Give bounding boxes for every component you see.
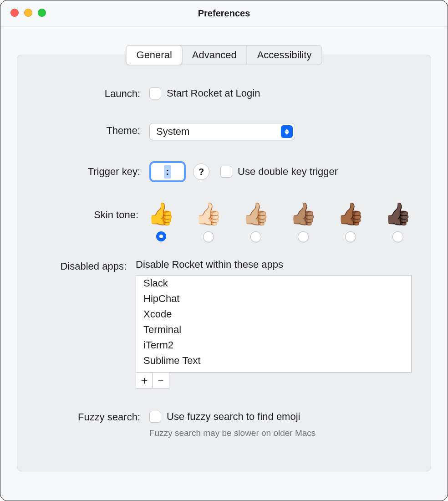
double-key-trigger-checkbox[interactable]: Use double key trigger (220, 164, 338, 179)
add-app-button[interactable]: ＋ (136, 373, 153, 388)
fuzzy-search-checkbox-label: Use fuzzy search to find emoji (167, 409, 300, 424)
help-icon: ? (199, 167, 204, 177)
skin-tone-radio[interactable] (392, 231, 403, 242)
skin-tone-group: 👍👍🏻👍🏼👍🏽👍🏾👍🏿 (148, 203, 412, 242)
disabled-apps-list[interactable]: SlackHipChatXcodeTerminaliTerm2Sublime T… (136, 275, 412, 373)
preferences-window: Preferences General Advanced Accessibili… (0, 0, 448, 501)
disabled-apps-add-remove: ＋ － (136, 372, 169, 389)
minimize-window-button[interactable] (24, 9, 32, 17)
fuzzy-search-checkbox[interactable]: Use fuzzy search to find emoji (149, 409, 300, 424)
disabled-apps-label: Disabled apps: (36, 259, 136, 274)
skin-tone-option[interactable]: 👍🏼 (242, 203, 270, 242)
window-title: Preferences (198, 8, 250, 19)
thumbs-up-icon: 👍🏻 (195, 203, 222, 225)
select-stepper-icon (281, 125, 293, 138)
plus-icon: ＋ (139, 375, 150, 386)
trigger-key-value: : (164, 165, 171, 179)
checkbox-icon (149, 87, 161, 99)
double-key-trigger-label: Use double key trigger (238, 164, 338, 179)
skin-tone-radio[interactable] (298, 231, 309, 242)
disabled-apps-description: Disable Rocket within these apps (136, 259, 412, 271)
tabbar: General Advanced Accessibility (126, 45, 322, 65)
close-window-button[interactable] (10, 9, 19, 17)
launch-label: Launch: (36, 86, 149, 102)
list-item[interactable]: HipChat (136, 291, 411, 307)
thumbs-up-icon: 👍🏿 (384, 203, 412, 225)
skin-tone-label: Skin tone: (36, 203, 148, 227)
tab-advanced[interactable]: Advanced (182, 46, 247, 65)
skin-tone-radio[interactable] (203, 231, 214, 242)
theme-label: Theme: (36, 123, 149, 138)
remove-app-button[interactable]: － (153, 373, 169, 388)
fuzzy-search-hint: Fuzzy search may be slower on older Macs (149, 428, 412, 438)
thumbs-up-icon: 👍🏼 (242, 203, 270, 225)
titlebar: Preferences (0, 0, 448, 26)
checkbox-icon (149, 411, 161, 423)
list-item[interactable]: iTerm2 (136, 337, 411, 353)
theme-value: System (156, 126, 189, 138)
skin-tone-radio[interactable] (250, 231, 261, 242)
checkbox-icon (220, 166, 232, 178)
launch-at-login-label: Start Rocket at Login (167, 86, 260, 101)
preferences-panel: General Advanced Accessibility Launch: S… (17, 55, 431, 471)
skin-tone-option[interactable]: 👍🏽 (290, 203, 317, 242)
zoom-window-button[interactable] (38, 9, 46, 17)
skin-tone-option[interactable]: 👍🏿 (384, 203, 412, 242)
list-item[interactable]: Xcode (136, 307, 411, 322)
list-item[interactable]: Slack (136, 276, 411, 291)
skin-tone-option[interactable]: 👍 (148, 203, 175, 242)
skin-tone-radio[interactable] (345, 231, 356, 242)
thumbs-up-icon: 👍🏾 (337, 203, 364, 225)
list-item[interactable]: Sublime Text (136, 353, 411, 368)
trigger-key-input[interactable]: : (149, 161, 186, 182)
thumbs-up-icon: 👍🏽 (290, 203, 317, 225)
skin-tone-option[interactable]: 👍🏾 (337, 203, 364, 242)
list-item[interactable]: Terminal (136, 322, 411, 337)
tab-general[interactable]: General (126, 45, 183, 65)
skin-tone-radio[interactable] (156, 231, 166, 241)
theme-select[interactable]: System (149, 123, 295, 140)
trigger-key-help-button[interactable]: ? (193, 164, 209, 180)
launch-at-login-checkbox[interactable]: Start Rocket at Login (149, 86, 260, 101)
tab-accessibility[interactable]: Accessibility (247, 46, 322, 65)
skin-tone-option[interactable]: 👍🏻 (195, 203, 222, 242)
window-controls (10, 9, 46, 17)
thumbs-up-icon: 👍 (148, 203, 175, 225)
fuzzy-search-label: Fuzzy search: (36, 409, 149, 425)
minus-icon: － (155, 375, 166, 386)
trigger-key-label: Trigger key: (36, 164, 149, 179)
